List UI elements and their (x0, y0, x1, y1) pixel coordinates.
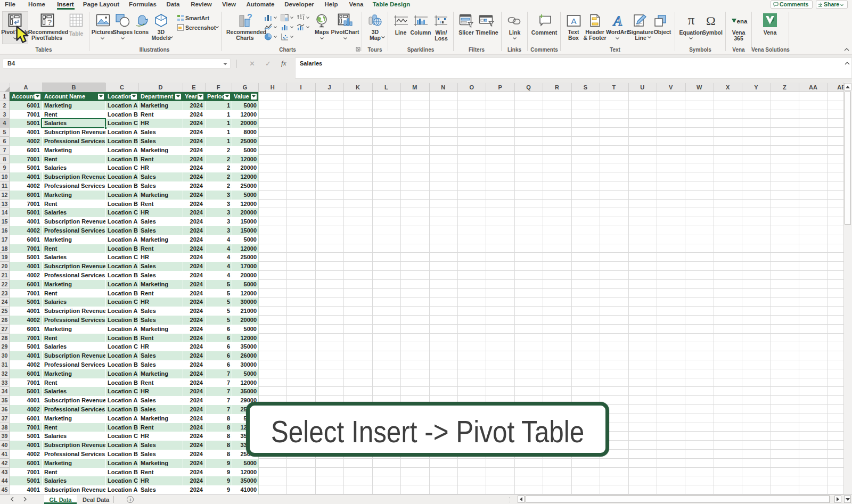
svg-text:A: A (612, 14, 622, 28)
svg-text:?: ? (247, 14, 252, 22)
svg-text:?: ? (47, 18, 52, 27)
svg-text:ena: ena (737, 18, 748, 24)
svg-text:A: A (571, 16, 576, 26)
